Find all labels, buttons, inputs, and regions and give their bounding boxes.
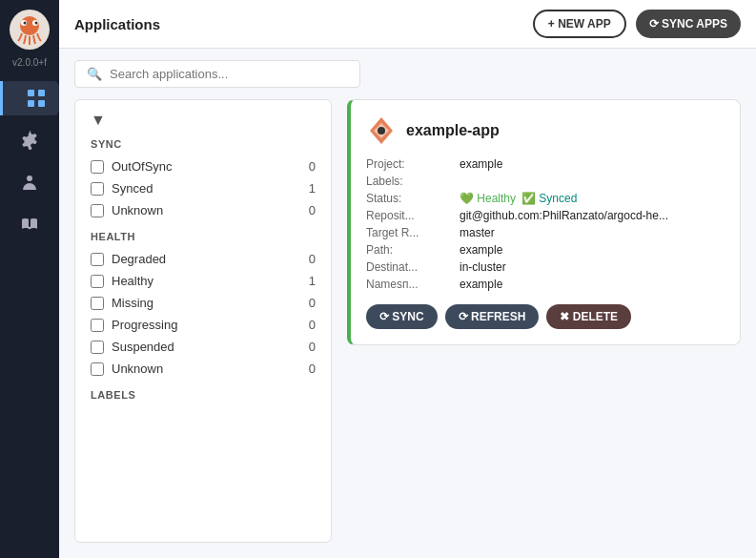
- page-title: Applications: [74, 16, 160, 32]
- labels-section-title: LABELS: [91, 389, 316, 401]
- outofsync-count: 0: [300, 159, 316, 174]
- search-input-wrap[interactable]: 🔍: [74, 60, 360, 88]
- sidebar-item-user[interactable]: [12, 165, 47, 199]
- degraded-label: Degraded: [112, 252, 293, 266]
- filter-item-progressing: Progressing 0: [91, 314, 316, 336]
- unknown-sync-count: 0: [300, 203, 316, 217]
- filter-item-suspended: Suspended 0: [91, 336, 316, 358]
- svg-rect-6: [38, 90, 45, 96]
- project-label: Project:: [366, 157, 452, 171]
- filter-item-unknown-sync: Unknown 0: [91, 199, 316, 221]
- unknown-health-checkbox[interactable]: [91, 362, 104, 376]
- sync-apps-button[interactable]: ⟳ SYNC APPS: [636, 10, 741, 38]
- dest-value: in-cluster: [460, 260, 725, 274]
- synced-badge: ✅ Synced: [521, 192, 577, 205]
- delete-button[interactable]: ✖ DELETE: [546, 304, 631, 329]
- labels-label: Labels:: [366, 175, 452, 188]
- unknown-health-label: Unknown: [112, 362, 293, 376]
- outofsync-checkbox[interactable]: [91, 160, 104, 174]
- healthy-count: 1: [300, 274, 316, 288]
- health-section-title: HEALTH: [91, 231, 316, 242]
- svg-rect-7: [28, 100, 34, 107]
- ns-value: example: [460, 278, 725, 291]
- filter-item-missing: Missing 0: [91, 292, 316, 314]
- progressing-count: 0: [300, 318, 316, 332]
- search-input[interactable]: [110, 67, 348, 81]
- progressing-checkbox[interactable]: [91, 319, 104, 332]
- main-content: Applications + NEW APP ⟳ SYNC APPS 🔍 ▼ S…: [59, 0, 756, 558]
- progressing-label: Progressing: [112, 318, 293, 332]
- degraded-checkbox[interactable]: [91, 253, 104, 266]
- svg-point-11: [378, 127, 385, 134]
- status-label: Status:: [366, 192, 452, 205]
- app-card: example-app Project: example Labels: Sta…: [347, 99, 741, 345]
- ns-label: Namesп...: [366, 278, 452, 291]
- sync-section-title: SYNC: [91, 138, 316, 150]
- svg-point-4: [35, 22, 38, 25]
- suspended-count: 0: [300, 340, 316, 354]
- healthy-label: Healthy: [112, 274, 293, 288]
- suspended-label: Suspended: [112, 340, 293, 354]
- filter-item-unknown-health: Unknown 0: [91, 358, 316, 380]
- outofsync-label: OutOfSync: [112, 159, 293, 174]
- unknown-sync-label: Unknown: [112, 203, 293, 217]
- missing-label: Missing: [112, 296, 293, 310]
- degraded-count: 0: [300, 252, 316, 266]
- unknown-sync-checkbox[interactable]: [91, 204, 104, 217]
- project-value: example: [460, 157, 725, 171]
- healthy-checkbox[interactable]: [91, 275, 104, 288]
- argocd-icon: [366, 115, 397, 146]
- repo-label: Reposit...: [366, 209, 452, 222]
- missing-checkbox[interactable]: [91, 297, 104, 310]
- repo-value: git@github.com:PhilRanzato/argocd-he...: [460, 209, 725, 222]
- app-card-actions: ⟳ SYNC ⟳ REFRESH ✖ DELETE: [366, 304, 725, 329]
- suspended-checkbox[interactable]: [91, 341, 104, 354]
- sidebar-item-settings[interactable]: [12, 123, 47, 157]
- top-bar-actions: + NEW APP ⟳ SYNC APPS: [533, 10, 741, 38]
- svg-rect-5: [28, 90, 34, 96]
- status-value: 💚 Healthy ✅ Synced: [460, 192, 725, 205]
- path-value: example: [460, 243, 725, 257]
- svg-rect-8: [38, 100, 45, 107]
- dest-label: Destinat...: [366, 260, 452, 274]
- healthy-badge: 💚 Healthy: [460, 192, 516, 205]
- app-card-header: example-app: [366, 115, 725, 146]
- filter-panel: ▼ SYNC OutOfSync 0 Synced 1 Unknown 0 HE…: [74, 99, 332, 543]
- synced-count: 1: [300, 181, 316, 196]
- synced-checkbox[interactable]: [91, 182, 104, 196]
- unknown-health-count: 0: [300, 362, 316, 376]
- filter-item-synced: Synced 1: [91, 177, 316, 199]
- search-icon: 🔍: [87, 67, 102, 81]
- filter-item-healthy: Healthy 1: [91, 270, 316, 292]
- svg-point-3: [24, 22, 27, 25]
- search-bar-area: 🔍: [59, 49, 756, 99]
- sync-button[interactable]: ⟳ SYNC: [366, 304, 438, 329]
- target-value: master: [460, 226, 725, 239]
- app-name: example-app: [406, 122, 500, 139]
- filter-item-outofsync: OutOfSync 0: [91, 155, 316, 177]
- synced-label: Synced: [112, 181, 293, 196]
- app-logo: [10, 10, 50, 50]
- sidebar-item-apps[interactable]: [0, 81, 59, 115]
- svg-point-0: [20, 16, 39, 35]
- labels-value: [460, 175, 725, 188]
- content-area: ▼ SYNC OutOfSync 0 Synced 1 Unknown 0 HE…: [59, 99, 756, 558]
- app-details: Project: example Labels: Status: 💚 Healt…: [366, 157, 725, 291]
- target-label: Target R...: [366, 226, 452, 239]
- filter-icon: ▼: [91, 112, 316, 129]
- missing-count: 0: [300, 296, 316, 310]
- top-bar: Applications + NEW APP ⟳ SYNC APPS: [59, 0, 756, 49]
- path-label: Path:: [366, 243, 452, 257]
- app-card-area: example-app Project: example Labels: Sta…: [347, 99, 741, 543]
- sidebar: v2.0.0+f: [0, 0, 59, 558]
- refresh-button[interactable]: ⟳ REFRESH: [445, 304, 540, 329]
- app-version: v2.0.0+f: [12, 57, 47, 68]
- new-app-button[interactable]: + NEW APP: [533, 10, 626, 38]
- filter-item-degraded: Degraded 0: [91, 248, 316, 270]
- sidebar-item-docs[interactable]: [12, 207, 47, 241]
